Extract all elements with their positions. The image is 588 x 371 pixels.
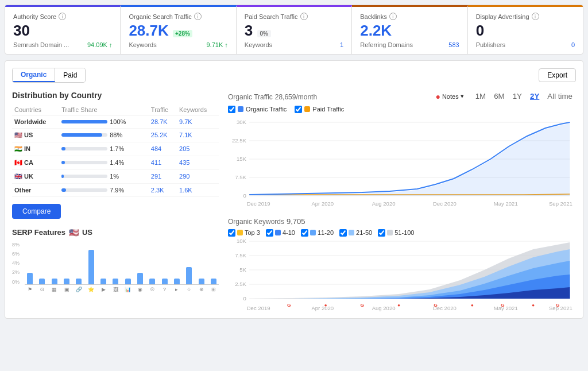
- metric-title: Backlinks i: [360, 13, 459, 20]
- serp-bar-wrap: [135, 273, 145, 284]
- organic-traffic-section: Organic Traffic 28,659/month ● Notes ▾ 1…: [228, 91, 576, 208]
- svg-text:5K: 5K: [239, 267, 247, 273]
- keywords-cell: 7.1K: [177, 128, 219, 142]
- serp-bar-wrap: [110, 279, 121, 284]
- bar-fill: [61, 120, 107, 123]
- legend-11-20-checkbox[interactable]: [301, 229, 308, 237]
- legend-top3: Top 3: [228, 229, 260, 237]
- keywords-cell: 1.6K: [177, 183, 219, 196]
- col-traffic: Traffic: [149, 105, 177, 115]
- metric-value: 3 0%: [245, 22, 343, 39]
- table-row: Worldwide 100% 28.7K9.7K: [12, 115, 219, 128]
- svg-text:22.5K: 22.5K: [232, 138, 247, 144]
- svg-text:G: G: [287, 303, 291, 308]
- legend-top3-checkbox[interactable]: [228, 229, 235, 237]
- svg-text:May 2021: May 2021: [494, 306, 518, 311]
- bar-fill: [61, 175, 64, 178]
- svg-text:2.5K: 2.5K: [235, 281, 246, 287]
- serp-bar: [137, 273, 143, 284]
- info-icon[interactable]: i: [59, 13, 66, 20]
- svg-text:Dec 2020: Dec 2020: [433, 201, 457, 207]
- legend-4-10-checkbox[interactable]: [266, 229, 273, 237]
- serp-bars-container: [25, 242, 219, 285]
- serp-icon: 📊: [123, 287, 133, 292]
- time-1y[interactable]: 1Y: [509, 91, 525, 102]
- serp-bar-wrap: [172, 279, 182, 284]
- col-keywords: Keywords: [177, 105, 219, 115]
- legend-top3-box: [237, 230, 243, 235]
- serp-icon: ?: [159, 287, 169, 292]
- left-column: Distribution by Country Countries Traffi…: [12, 91, 219, 311]
- metrics-bar: Authority Score i 30 Semrush Domain ... …: [5, 5, 583, 55]
- metric-display-advertising: Display Advertising i 0 Publishers 0: [468, 5, 583, 54]
- legend-4-10-box: [275, 230, 281, 235]
- serp-icon: ⭐: [86, 287, 96, 292]
- serp-bar-wrap: [208, 279, 219, 284]
- table-row: 🇮🇳 IN 1.7% 484205: [12, 142, 219, 156]
- time-1m[interactable]: 1M: [472, 91, 490, 102]
- chart-title: Organic Traffic 28,659/month: [228, 92, 317, 101]
- svg-text:10K: 10K: [237, 238, 247, 244]
- metric-organic-traffic: Organic Search Traffic i 28.7K +28% Keyw…: [121, 5, 236, 54]
- info-icon[interactable]: i: [532, 13, 539, 20]
- bar-cell: 1.4%: [59, 156, 149, 169]
- tab-organic[interactable]: Organic: [13, 68, 55, 82]
- bar-fill: [61, 161, 65, 164]
- info-icon[interactable]: i: [300, 13, 308, 20]
- metric-title: Display Advertising i: [476, 13, 575, 20]
- legend-organic-checkbox[interactable]: [228, 106, 235, 113]
- legend-51-100-box: [387, 230, 393, 235]
- time-2y[interactable]: 2Y: [527, 91, 543, 102]
- col-traffic-share: Traffic Share: [59, 105, 149, 115]
- metric-value: 28.7K +28%: [129, 22, 227, 39]
- legend-51-100-checkbox[interactable]: [378, 229, 385, 237]
- info-icon[interactable]: i: [194, 13, 202, 20]
- bar-cell: 100%: [59, 115, 149, 128]
- svg-text:0: 0: [243, 193, 246, 199]
- bar-cell: 1%: [59, 169, 149, 183]
- time-6m[interactable]: 6M: [490, 91, 508, 102]
- country-cell: 🇨🇦 CA: [12, 156, 59, 169]
- metric-title: Organic Search Traffic i: [129, 13, 227, 20]
- serp-bar: [39, 279, 45, 284]
- bar-fill: [61, 133, 102, 137]
- serp-bar-wrap: [49, 279, 60, 284]
- metric-value: 2.2K: [360, 22, 459, 39]
- metric-sub: Publishers 0: [476, 41, 575, 48]
- legend-21-50-box: [349, 230, 354, 235]
- serp-bar-wrap: [74, 279, 84, 284]
- legend-paid-checkbox[interactable]: [295, 106, 302, 113]
- serp-icon: ☆: [184, 287, 194, 292]
- keywords-chart: 10K 7.5K 5K 2.5K 0: [228, 237, 576, 311]
- bar-cell: 88%: [59, 128, 149, 142]
- info-icon[interactable]: i: [389, 13, 397, 20]
- tab-paid[interactable]: Paid: [55, 68, 85, 82]
- compare-button[interactable]: Compare: [12, 204, 61, 219]
- organic-traffic-chart: 30K 22.5K 15K 7.5K 0: [228, 117, 576, 208]
- serp-bar: [88, 250, 94, 284]
- notes-button[interactable]: ● Notes ▾: [432, 91, 467, 102]
- legend-11-20: 11-20: [301, 229, 334, 237]
- svg-text:7.5K: 7.5K: [235, 175, 246, 180]
- serp-bar-wrap: [25, 273, 35, 284]
- bar-cell: 1.7%: [59, 142, 149, 156]
- serp-icon: ▣: [61, 287, 72, 292]
- serp-bar-wrap: [98, 279, 109, 284]
- legend-21-50-checkbox[interactable]: [339, 229, 347, 237]
- chevron-down-icon: ▾: [461, 92, 464, 100]
- country-cell: Worldwide: [12, 115, 59, 128]
- svg-text:15K: 15K: [237, 156, 247, 162]
- organic-keywords-section: Organic Keywords 9,705 Top 3: [228, 217, 576, 311]
- distribution-title: Distribution by Country: [12, 91, 219, 100]
- serp-bar: [64, 279, 69, 284]
- serp-y-axis: 8% 6% 4% 2% 0%: [12, 242, 20, 285]
- metric-value: 0: [476, 22, 575, 39]
- svg-text:G: G: [361, 303, 365, 308]
- legend-21-50: 21-50: [339, 229, 372, 237]
- serp-icon: 🖼: [110, 287, 121, 292]
- serp-bar: [113, 279, 118, 284]
- export-button[interactable]: Export: [539, 68, 576, 82]
- svg-text:●: ●: [532, 303, 535, 308]
- time-all[interactable]: All time: [544, 91, 576, 102]
- svg-text:Aug 2020: Aug 2020: [372, 306, 396, 311]
